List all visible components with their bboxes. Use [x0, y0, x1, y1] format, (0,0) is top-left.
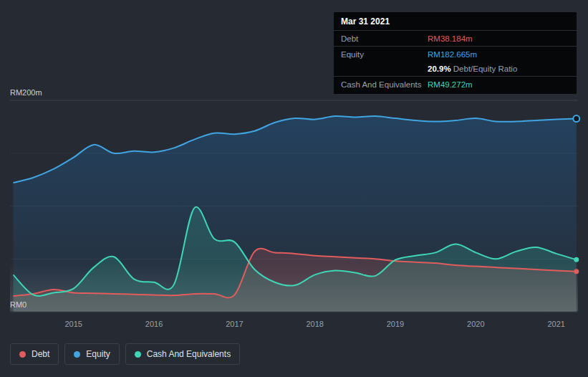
chart-tooltip: Mar 31 2021 Debt RM38.184m Equity RM182.… — [334, 12, 577, 94]
tooltip-equity-row: Equity RM182.665m — [334, 46, 577, 62]
equity-color-dot — [74, 351, 80, 358]
x-axis-tick-label: 2017 — [226, 320, 243, 328]
legend-item-label: Debt — [32, 349, 49, 359]
legend: Debt Equity Cash And Equivalents — [10, 343, 240, 365]
tooltip-ratio-value: 20.9% — [428, 65, 451, 73]
legend-item-label: Cash And Equivalents — [147, 349, 231, 359]
tooltip-equity-label: Equity — [341, 49, 428, 59]
tooltip-date: Mar 31 2021 — [334, 12, 577, 30]
x-axis-tick-label: 2021 — [547, 320, 564, 328]
tooltip-debt-label: Debt — [341, 34, 428, 44]
tooltip-cash-row: Cash And Equivalents RM49.272m — [334, 76, 577, 94]
debt-endpoint-marker — [574, 269, 579, 274]
x-axis-tick-label: 2020 — [467, 320, 484, 328]
cash-color-dot — [135, 351, 141, 358]
tooltip-debt-row: Debt RM38.184m — [334, 30, 577, 46]
legend-item-debt[interactable]: Debt — [10, 343, 59, 365]
x-axis-tick-label: 2016 — [145, 320, 163, 328]
equity-endpoint-marker — [573, 115, 579, 122]
legend-item-label: Equity — [86, 349, 110, 359]
tooltip-ratio-suffix: Debt/Equity Ratio — [453, 65, 518, 73]
tooltip-debt-value: RM38.184m — [428, 34, 569, 44]
x-axis-tick-label: 2019 — [387, 320, 404, 328]
tooltip-ratio-value-group: 20.9% Debt/Equity Ratio — [428, 64, 569, 74]
x-axis-tick-label: 2015 — [64, 320, 82, 328]
debt-color-dot — [19, 351, 26, 358]
tooltip-ratio-row: 20.9% Debt/Equity Ratio — [334, 62, 577, 76]
y-axis-top-label: RM200m — [10, 88, 42, 97]
tooltip-cash-label: Cash And Equivalents — [341, 80, 428, 90]
legend-item-equity[interactable]: Equity — [64, 343, 119, 365]
tooltip-equity-value: RM182.665m — [428, 49, 569, 59]
y-axis-bottom-label: RM0 — [10, 300, 26, 309]
legend-item-cash[interactable]: Cash And Equivalents — [125, 343, 240, 365]
tooltip-cash-value: RM49.272m — [428, 80, 569, 90]
app-root: RM200mRM02015201620172018201920202021 Ma… — [0, 0, 588, 377]
x-axis-tick-label: 2018 — [306, 320, 323, 328]
cash-endpoint-marker — [574, 257, 579, 262]
